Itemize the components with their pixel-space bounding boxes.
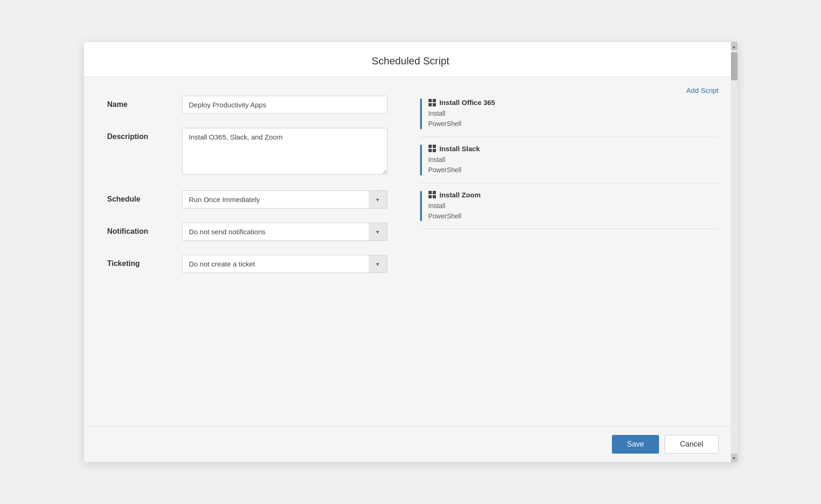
- script-type: Install: [428, 110, 446, 117]
- scroll-down-button[interactable]: ▾: [731, 454, 737, 462]
- windows-icon: [428, 191, 436, 198]
- modal-body: Name Description Install O365, Slack, an…: [84, 77, 737, 426]
- schedule-select[interactable]: Run Once Immediately Run Once Later Recu…: [182, 190, 387, 209]
- name-input[interactable]: [182, 96, 387, 114]
- script-type: Install: [428, 156, 446, 163]
- script-language: PowerShell: [428, 212, 462, 220]
- schedule-select-wrap: Run Once Immediately Run Once Later Recu…: [182, 190, 387, 209]
- notification-select-wrap: Do not send notifications Send on failur…: [182, 223, 387, 241]
- notification-select[interactable]: Do not send notifications Send on failur…: [182, 223, 387, 241]
- modal-header: Scheduled Script: [84, 42, 737, 77]
- chevron-up-icon: ▴: [733, 44, 735, 49]
- modal-footer: Save Cancel: [84, 426, 737, 462]
- ticketing-row: Ticketing Do not create a ticket Create …: [107, 255, 387, 273]
- script-meta: Install PowerShell: [428, 108, 719, 129]
- script-title: Install Slack: [440, 145, 480, 153]
- script-accent: [420, 145, 422, 175]
- form-section: Name Description Install O365, Slack, an…: [84, 77, 411, 426]
- svg-rect-11: [433, 195, 436, 198]
- list-item: Install Slack Install PowerShell: [420, 137, 719, 183]
- scrollbar-thumb[interactable]: [731, 52, 737, 80]
- svg-rect-3: [433, 103, 436, 106]
- svg-rect-2: [428, 103, 432, 106]
- description-row: Description Install O365, Slack, and Zoo…: [107, 128, 387, 176]
- svg-rect-0: [428, 99, 432, 102]
- schedule-select-container: Run Once Immediately Run Once Later Recu…: [182, 190, 387, 209]
- script-language: PowerShell: [428, 166, 462, 174]
- windows-icon: [428, 99, 436, 106]
- name-input-wrap: [182, 96, 387, 114]
- script-name: Install Zoom: [428, 191, 719, 199]
- ticketing-select-container: Do not create a ticket Create on failure…: [182, 255, 387, 273]
- script-meta: Install PowerShell: [428, 201, 719, 222]
- description-input[interactable]: Install O365, Slack, and Zoom: [182, 128, 387, 175]
- modal: ▴ ▾ Scheduled Script Name Description: [84, 42, 737, 462]
- script-info: Install Office 365 Install PowerShell: [428, 98, 719, 129]
- svg-rect-4: [428, 145, 432, 148]
- notification-select-container: Do not send notifications Send on failur…: [182, 223, 387, 241]
- script-name: Install Office 365: [428, 98, 719, 106]
- script-title: Install Office 365: [440, 98, 495, 106]
- script-list: Install Office 365 Install PowerShell: [420, 91, 719, 229]
- script-language: PowerShell: [428, 120, 462, 127]
- cancel-button[interactable]: Cancel: [665, 435, 719, 454]
- name-row: Name: [107, 96, 387, 114]
- script-accent: [420, 191, 422, 222]
- svg-rect-5: [433, 145, 436, 148]
- ticketing-select-wrap: Do not create a ticket Create on failure…: [182, 255, 387, 273]
- add-script-button[interactable]: Add Script: [686, 86, 718, 94]
- script-name: Install Slack: [428, 145, 719, 153]
- svg-rect-9: [433, 191, 436, 194]
- modal-title: Scheduled Script: [103, 55, 719, 67]
- ticketing-label: Ticketing: [107, 255, 182, 268]
- script-meta: Install PowerShell: [428, 154, 719, 175]
- list-item: Install Office 365 Install PowerShell: [420, 91, 719, 137]
- svg-rect-8: [428, 191, 432, 194]
- script-type: Install: [428, 202, 446, 210]
- scroll-up-button[interactable]: ▴: [731, 42, 737, 50]
- svg-rect-10: [428, 195, 432, 198]
- description-label: Description: [107, 128, 182, 141]
- script-info: Install Zoom Install PowerShell: [428, 191, 719, 222]
- save-button[interactable]: Save: [612, 435, 659, 454]
- schedule-row: Schedule Run Once Immediately Run Once L…: [107, 190, 387, 209]
- chevron-down-icon: ▾: [733, 455, 735, 461]
- description-input-wrap: Install O365, Slack, and Zoom: [182, 128, 387, 176]
- script-title: Install Zoom: [440, 191, 481, 199]
- svg-rect-1: [433, 99, 436, 102]
- svg-rect-6: [428, 149, 432, 152]
- windows-icon: [428, 145, 436, 152]
- scripts-section: Add Script: [411, 77, 737, 426]
- script-accent: [420, 98, 422, 129]
- script-info: Install Slack Install PowerShell: [428, 145, 719, 175]
- svg-rect-7: [433, 149, 436, 152]
- notification-label: Notification: [107, 223, 182, 236]
- list-item: Install Zoom Install PowerShell: [420, 183, 719, 230]
- name-label: Name: [107, 96, 182, 109]
- notification-row: Notification Do not send notifications S…: [107, 223, 387, 241]
- schedule-label: Schedule: [107, 190, 182, 203]
- ticketing-select[interactable]: Do not create a ticket Create on failure…: [182, 255, 387, 273]
